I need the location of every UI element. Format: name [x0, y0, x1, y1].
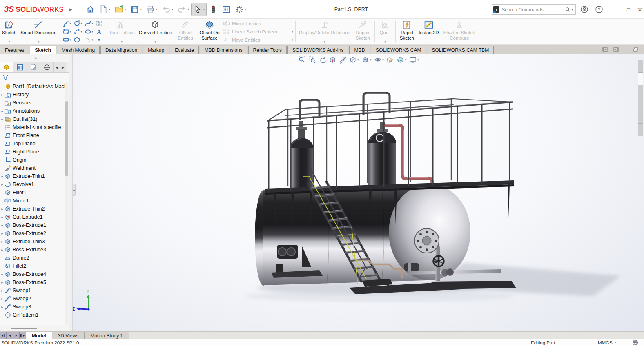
tree-item-boss-extrude1[interactable]: ▸Boss-Extrude1 [0, 221, 65, 229]
minimize-button[interactable]: – [606, 0, 621, 19]
tree-scrollbar[interactable] [65, 82, 68, 324]
ribbon-tab-render-tools[interactable]: Render Tools [248, 46, 287, 54]
graphics-viewport[interactable]: ◆ [73, 54, 644, 331]
search-input[interactable] [501, 7, 565, 13]
tree-item-revolve1[interactable]: ▸Revolve1 [0, 180, 65, 189]
zoom-to-fit-button[interactable] [297, 55, 306, 64]
task-pane-tab[interactable] [638, 98, 643, 111]
tree-item-boss-extrude2[interactable]: ▸Boss-Extrude2 [0, 229, 65, 237]
expand-arrow-icon[interactable]: ▸ [0, 248, 4, 252]
propertymanager-tab[interactable] [13, 62, 27, 72]
account-button[interactable] [577, 0, 592, 19]
expand-arrow-icon[interactable]: ▸ [0, 224, 4, 227]
tree-item-weldment[interactable]: Weldment [0, 164, 65, 172]
expand-arrow-icon[interactable]: ▸ [0, 109, 4, 113]
circle-tool[interactable]: ▾ [74, 20, 84, 27]
bottom-tab-model[interactable]: Model [26, 332, 52, 339]
zoom-to-area-button[interactable] [307, 55, 316, 64]
expand-arrow-icon[interactable]: ▸ [0, 183, 4, 186]
nav-prev-icon[interactable]: ◄ [7, 332, 13, 339]
ribbon-tab-mbd[interactable]: MBD [349, 46, 370, 54]
collapse-left-pane-icon[interactable] [602, 47, 608, 52]
tree-item-boss-extrude3[interactable]: ▸Boss-Extrude3 [0, 246, 65, 254]
rapid-sketch-button[interactable]: Rapid Sketch [397, 19, 417, 44]
tree-item-extrude-thin3[interactable]: ▸Extrude-Thin3 [0, 237, 65, 246]
task-pane-strip[interactable] [638, 60, 643, 136]
tree-scrollbar-thumb[interactable] [65, 101, 68, 176]
bottom-tab-motion-study-1[interactable]: Motion Study 1 [85, 332, 129, 339]
panel-grip[interactable] [0, 54, 69, 62]
task-pane-tab[interactable] [638, 60, 643, 73]
display-style-button[interactable]: ▾ [361, 55, 372, 64]
tree-item-cut-extrude1[interactable]: ▸Cut-Extrude1 [0, 213, 65, 221]
expand-arrow-icon[interactable]: ▸ [0, 297, 4, 301]
offset-on-surface-button[interactable]: Offset On Surface [197, 19, 222, 44]
slot-tool[interactable]: ▾ [62, 36, 73, 43]
options-button[interactable]: ▾ [233, 3, 249, 16]
tree-item-fillet2[interactable]: Fillet2 [0, 262, 65, 270]
panel-splitter[interactable] [69, 54, 73, 331]
units-caret-icon[interactable]: ▾ [615, 341, 616, 344]
tree-item-sweep3[interactable]: ▸Sweep3 [0, 303, 65, 311]
select-cursor-button[interactable]: ▾ [191, 3, 207, 16]
ribbon-tab-features[interactable]: Features [0, 46, 29, 54]
doc-restore-icon[interactable] [633, 47, 638, 52]
dropdown-caret-icon[interactable]: ▾ [405, 58, 407, 62]
home-button[interactable] [84, 3, 97, 16]
tree-item-front-plane[interactable]: Front Plane [0, 131, 65, 140]
tree-item-history[interactable]: ▸History [0, 91, 65, 99]
tree-item-material-not-specifie[interactable]: Material <not specifie [0, 123, 65, 131]
view-settings-button[interactable]: ▾ [408, 55, 420, 64]
text-tool[interactable]: A [96, 28, 103, 35]
tree-item-sweep2[interactable]: ▸Sweep2 [0, 295, 65, 303]
expand-arrow-icon[interactable]: ▸ [0, 305, 4, 309]
apply-scene-button[interactable]: ▾ [396, 55, 408, 64]
units-label[interactable]: MMGS [598, 340, 613, 345]
dropdown-caret-icon[interactable]: ▾ [187, 8, 189, 11]
tree-item-top-plane[interactable]: Top Plane [0, 140, 65, 148]
annotation-views-button[interactable] [338, 55, 347, 64]
sketch-button[interactable]: Sketch▾ [0, 19, 18, 44]
dimxpertmanager-tab[interactable] [40, 62, 54, 72]
point-tool[interactable] [96, 36, 103, 43]
help-button[interactable]: ? [592, 0, 606, 19]
smart-dimension-button[interactable]: Smart Dimension▾ [18, 19, 58, 44]
sketch-fillet-tool[interactable]: ▾ [85, 36, 95, 43]
task-pane-tab[interactable] [638, 111, 643, 124]
tree-item-origin[interactable]: Origin [0, 156, 65, 164]
dropdown-caret-icon[interactable]: ▾ [370, 58, 372, 62]
search-icon[interactable] [565, 6, 570, 13]
tree-item-cirpattern1[interactable]: CirPattern1 [0, 311, 65, 319]
ribbon-tab-solidworks-add-ins[interactable]: SOLIDWORKS Add-Ins [287, 46, 348, 54]
tree-item-extrude-thin2[interactable]: ▸Extrude-Thin2 [0, 205, 65, 213]
print-button[interactable]: ▾ [144, 3, 160, 16]
bottom-tab-3d-views[interactable]: 3D Views [52, 332, 85, 339]
expand-arrow-icon[interactable]: ▸ [0, 215, 4, 219]
tree-item-sensors[interactable]: Sensors [0, 99, 65, 107]
expand-arrow-icon[interactable]: ▸ [0, 289, 4, 293]
dropdown-caret-icon[interactable]: ▾ [203, 8, 205, 11]
nav-next-icon[interactable]: ► [13, 332, 20, 339]
tree-item-sweep1[interactable]: ▸Sweep1 [0, 286, 65, 295]
dropdown-caret-icon[interactable]: ▾ [357, 58, 359, 62]
tree-filter-row[interactable] [0, 73, 69, 82]
expand-arrow-icon[interactable]: ▸ [0, 93, 4, 97]
tree-item-right-plane[interactable]: Right Plane [0, 148, 65, 156]
new-document-button[interactable]: ▾ [97, 3, 113, 16]
nav-first-icon[interactable]: ◄▌ [0, 332, 7, 339]
panel-bottom-grip[interactable] [11, 328, 37, 329]
dropdown-caret-icon[interactable]: ▾ [140, 8, 142, 11]
view-orientation-button[interactable]: ▾ [348, 55, 360, 64]
expand-arrow-icon[interactable]: ▸ [0, 232, 4, 235]
dropdown-caret-icon[interactable]: ▾ [156, 8, 158, 11]
ribbon-tab-mbd-dimensions[interactable]: MBD Dimensions [200, 46, 247, 54]
expand-arrow-icon[interactable]: ▸ [0, 240, 4, 244]
close-button[interactable]: ✕ [636, 0, 644, 19]
ribbon-tab-solidworks-cam[interactable]: SOLIDWORKS CAM [371, 46, 426, 54]
tree-item-annotations[interactable]: ▸AAnnotations [0, 107, 65, 115]
hide-show-items-button[interactable]: ▾ [373, 55, 385, 64]
dropdown-caret-icon[interactable]: ▾ [382, 58, 384, 62]
expand-arrow-icon[interactable]: ▸ [0, 118, 4, 121]
dropdown-caret-icon[interactable]: ▾ [172, 8, 174, 11]
tree-item-extrude-thin1[interactable]: ▸Extrude-Thin1 [0, 172, 65, 180]
